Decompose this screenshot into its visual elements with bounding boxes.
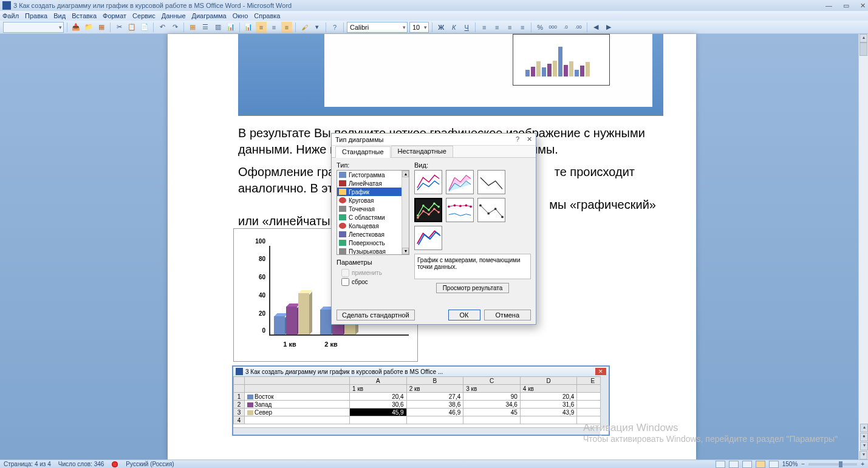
open-icon[interactable]: 📁 <box>83 22 94 33</box>
align-left-icon[interactable]: ≡ <box>479 22 490 33</box>
align-icon[interactable]: ≡ <box>256 22 267 33</box>
scroll-up-button[interactable]: ▴ <box>859 34 867 42</box>
rows-icon[interactable]: ☰ <box>200 22 211 33</box>
dialog-titlebar[interactable]: Тип диаграммы ? ✕ <box>332 134 536 146</box>
table-icon[interactable]: ▦ <box>96 22 107 33</box>
bar-icon <box>339 180 346 186</box>
datasheet-titlebar[interactable]: 3 Как создать диаграмму или график в кур… <box>233 367 609 376</box>
dec-decimal-icon[interactable]: .00 <box>573 22 584 33</box>
scroll-down-button[interactable]: ▾ <box>859 451 867 460</box>
view-web-button[interactable] <box>742 461 752 468</box>
zoom-in-button[interactable]: + <box>861 461 864 467</box>
maximize-button[interactable]: ▭ <box>843 2 849 10</box>
drop-icon[interactable]: ▾ <box>312 22 323 33</box>
next-page-button[interactable]: ▾ <box>860 442 868 450</box>
align-justify-icon[interactable]: ≡ <box>517 22 528 33</box>
menu-edit[interactable]: Правка <box>25 12 47 19</box>
browse-object-button[interactable]: ● <box>860 433 868 441</box>
menu-insert[interactable]: Вставка <box>72 12 97 19</box>
datasheet-vscrollbar[interactable] <box>600 376 609 427</box>
menu-chart[interactable]: Диаграмма <box>192 12 227 19</box>
cols-icon[interactable]: ▥ <box>213 22 224 33</box>
chart-type-list[interactable]: Гистограмма Линейчатая График Круговая Т… <box>337 170 409 255</box>
tab-standard[interactable]: Стандартные <box>335 146 391 158</box>
svg-point-8 <box>433 208 436 210</box>
thousands-icon[interactable]: 000 <box>547 22 558 33</box>
minimize-button[interactable]: — <box>825 2 832 10</box>
align3-icon[interactable]: ≡ <box>281 22 292 33</box>
chart-icon[interactable]: 📊 <box>225 22 236 33</box>
undo-icon[interactable]: ↶ <box>157 22 168 33</box>
cut-icon[interactable]: ✂ <box>114 22 125 33</box>
align2-icon[interactable]: ≡ <box>268 22 279 33</box>
subtype-1[interactable] <box>414 170 442 194</box>
bars-icon[interactable]: 📊 <box>243 22 254 33</box>
view-fullscreen-button[interactable] <box>729 461 739 468</box>
status-language[interactable]: Русский (Россия) <box>126 461 174 467</box>
menu-help[interactable]: Справка <box>254 12 280 19</box>
menu-window[interactable]: Окно <box>233 12 248 19</box>
zoom-out-button[interactable]: − <box>801 461 805 467</box>
scroll-thumb[interactable] <box>859 42 867 56</box>
line-icon <box>339 189 346 195</box>
apply-checkbox[interactable]: применить <box>341 268 409 277</box>
status-page[interactable]: Страница: 4 из 4 <box>4 461 51 467</box>
dialog-close-button[interactable]: ✕ <box>527 135 532 143</box>
menu-format[interactable]: Формат <box>103 12 126 19</box>
help-icon[interactable]: ? <box>329 22 340 33</box>
reset-checkbox[interactable]: сброс <box>341 277 409 287</box>
menu-data[interactable]: Данные <box>162 12 186 19</box>
subtype-6[interactable] <box>477 198 505 222</box>
spellcheck-icon[interactable] <box>111 461 118 468</box>
paint-icon[interactable]: 🖌 <box>299 22 310 33</box>
type-list-scrollbar[interactable]: ▴ ▾ <box>402 171 409 254</box>
dialog-help-button[interactable]: ? <box>516 135 519 143</box>
copy-icon[interactable]: 📋 <box>126 22 137 33</box>
redo-icon[interactable]: ↷ <box>169 22 180 33</box>
close-button[interactable]: ✕ <box>860 2 866 10</box>
view-outline-button[interactable] <box>756 461 765 468</box>
italic-icon[interactable]: К <box>448 22 459 33</box>
cancel-button[interactable]: Отмена <box>484 310 531 320</box>
view-draft-button[interactable] <box>769 461 779 468</box>
list-item: Линейчатая <box>337 179 409 188</box>
underline-icon[interactable]: Ч <box>461 22 472 33</box>
font-combo[interactable]: Calibri <box>347 22 408 33</box>
menu-service[interactable]: Сервис <box>132 12 155 19</box>
percent-icon[interactable]: % <box>535 22 545 33</box>
vertical-scrollbar[interactable]: ▴ ▴ ● ▾ ▾ <box>858 34 868 460</box>
menu-view[interactable]: Вид <box>53 12 66 19</box>
subtype-3[interactable] <box>477 170 505 194</box>
status-words[interactable]: Число слов: 346 <box>58 461 104 467</box>
tab-custom[interactable]: Нестандартные <box>391 146 453 157</box>
view-print-button[interactable] <box>716 461 725 468</box>
datasheet-window[interactable]: 3 Как создать диаграмму или график в кур… <box>232 365 610 436</box>
subtype-2[interactable] <box>446 170 474 194</box>
prev-page-button[interactable]: ▴ <box>860 424 868 432</box>
indent-right-icon[interactable]: ▶ <box>603 22 614 33</box>
subtype-4-selected[interactable] <box>414 198 442 222</box>
preview-button[interactable]: Просмотр результата <box>436 283 510 293</box>
datasheet-close-button[interactable]: ✕ <box>595 368 606 375</box>
mini-chart <box>513 34 610 86</box>
bold-icon[interactable]: Ж <box>436 22 446 33</box>
make-default-button[interactable]: Сделать стандартной <box>337 310 415 320</box>
subtype-7[interactable] <box>414 226 442 250</box>
align-center-icon[interactable]: ≡ <box>491 22 502 33</box>
import-icon[interactable]: 📥 <box>70 22 81 33</box>
size-combo[interactable]: 10 <box>409 22 429 33</box>
menu-file[interactable]: Файл <box>2 12 19 19</box>
datasheet-hscrollbar[interactable] <box>233 427 600 435</box>
zoom-level[interactable]: 150% <box>782 461 798 467</box>
svg-point-2 <box>428 209 430 211</box>
datasheet-table[interactable]: AB CDE 1 кв2 кв 3 кв4 кв 1 Восток 20,427… <box>233 376 609 424</box>
ok-button[interactable]: ОК <box>448 310 480 320</box>
align-right-icon[interactable]: ≡ <box>504 22 515 33</box>
indent-left-icon[interactable]: ◀ <box>590 22 601 33</box>
style-combo[interactable] <box>3 22 64 33</box>
zoom-slider[interactable] <box>808 463 857 466</box>
inc-decimal-icon[interactable]: .0 <box>560 22 571 33</box>
grid-icon[interactable]: ▦ <box>187 22 198 33</box>
subtype-5[interactable] <box>446 198 474 222</box>
paste-icon[interactable]: 📄 <box>139 22 150 33</box>
